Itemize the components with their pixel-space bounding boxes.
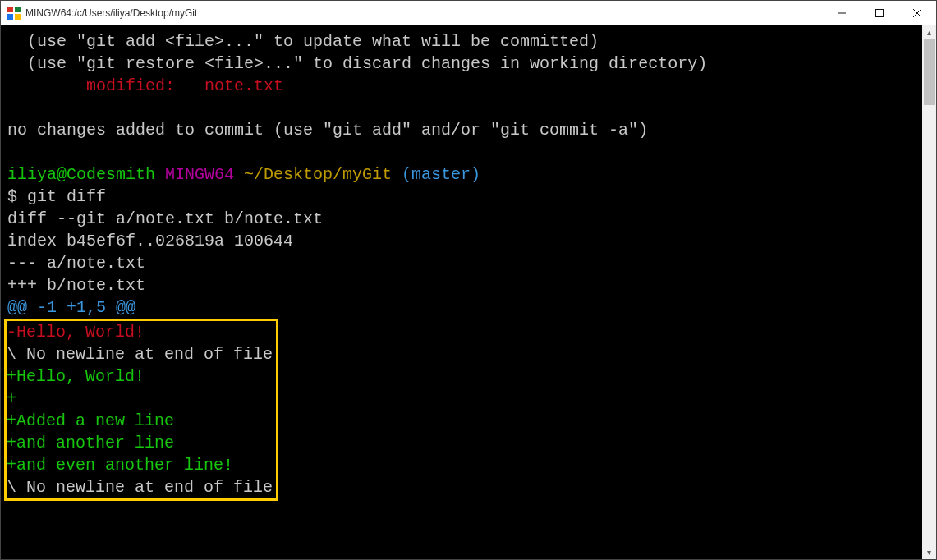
diff-header: index b45ef6f..026819a 100644 xyxy=(7,230,916,252)
diff-hunk: @@ -1 +1,5 @@ xyxy=(7,296,916,319)
minimize-icon xyxy=(838,9,846,17)
hint-line: (use "git restore <file>..." to discard … xyxy=(7,53,916,75)
diff-nonewline: \ No newline at end of file xyxy=(7,476,273,498)
terminal-output[interactable]: (use "git add <file>..." to update what … xyxy=(1,25,922,559)
diff-removed: -Hello, World! xyxy=(7,321,273,343)
prompt-env: MINGW64 xyxy=(155,165,234,184)
window-title: MINGW64:/c/Users/iliya/Desktop/myGit xyxy=(25,7,197,19)
prompt-path: ~/Desktop/myGit xyxy=(234,165,392,184)
diff-added: +Hello, World! xyxy=(7,365,273,388)
diff-header: --- a/note.txt xyxy=(7,252,916,274)
highlight-annotation: -Hello, World!\ No newline at end of fil… xyxy=(4,319,278,501)
blank-line xyxy=(7,141,916,163)
blank-line xyxy=(7,97,916,119)
scroll-up-icon[interactable]: ▴ xyxy=(922,25,936,39)
scrollbar-thumb[interactable] xyxy=(924,39,935,105)
scrollbar-vertical[interactable]: ▴ ▾ xyxy=(922,25,936,559)
maximize-button[interactable] xyxy=(861,1,898,25)
diff-header: +++ b/note.txt xyxy=(7,274,916,296)
scroll-down-icon[interactable]: ▾ xyxy=(922,545,936,559)
prompt-line: iliya@Codesmith MINGW64 ~/Desktop/myGit … xyxy=(7,163,916,186)
close-button[interactable] xyxy=(898,1,936,25)
diff-added: +and even another line! xyxy=(7,454,273,476)
app-icon xyxy=(7,7,21,20)
close-icon xyxy=(913,9,921,17)
diff-added: + xyxy=(7,388,273,410)
terminal-area: (use "git add <file>..." to update what … xyxy=(1,25,936,559)
maximize-icon xyxy=(875,9,884,17)
window-controls xyxy=(823,1,936,25)
diff-added: +and another line xyxy=(7,432,273,454)
scrollbar-track[interactable] xyxy=(922,39,936,545)
command-line: $ git diff xyxy=(7,186,916,208)
svg-rect-1 xyxy=(876,10,884,17)
diff-nonewline: \ No newline at end of file xyxy=(7,343,273,365)
modified-line: modified: note.txt xyxy=(7,75,916,97)
diff-header: diff --git a/note.txt b/note.txt xyxy=(7,208,916,230)
diff-added: +Added a new line xyxy=(7,410,273,432)
minimize-button[interactable] xyxy=(823,1,861,25)
prompt-branch: (master) xyxy=(392,165,480,184)
hint-line: (use "git add <file>..." to update what … xyxy=(7,30,916,53)
terminal-window: MINGW64:/c/Users/iliya/Desktop/myGit (us… xyxy=(0,0,937,560)
no-changes-line: no changes added to commit (use "git add… xyxy=(7,119,916,141)
titlebar[interactable]: MINGW64:/c/Users/iliya/Desktop/myGit xyxy=(1,1,936,25)
prompt-user: iliya@Codesmith xyxy=(7,165,155,184)
